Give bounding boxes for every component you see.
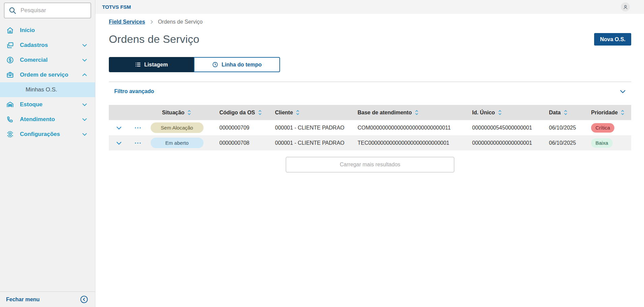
topbar: TOTVS FSM <box>95 0 644 14</box>
sidebar-search[interactable] <box>4 3 91 18</box>
search-icon <box>8 6 17 15</box>
cell-data: 06/10/2025 <box>537 125 579 131</box>
chevron-down-icon[interactable] <box>81 131 88 138</box>
row-actions-icon[interactable] <box>129 124 147 132</box>
tab-linha-do-tempo[interactable]: Linha do tempo <box>194 57 280 72</box>
user-avatar[interactable] <box>621 2 630 11</box>
cell-base: TEC000000000000000000000000001 <box>345 140 460 146</box>
sidebar: Início Cadastros <box>0 0 95 307</box>
chevron-down-icon[interactable] <box>81 56 88 64</box>
sort-icon[interactable] <box>187 109 192 116</box>
sort-icon[interactable] <box>257 109 263 116</box>
sidebar-item-ordem-de-servico[interactable]: Ordem de serviço <box>0 67 95 82</box>
sidebar-item-configuracoes[interactable]: Configurações <box>0 127 95 142</box>
content: Field Services Ordens de Serviço Ordens … <box>95 14 644 172</box>
sort-icon[interactable] <box>414 109 419 116</box>
clock-icon <box>212 61 218 68</box>
sidebar-item-atendimento[interactable]: Atendimento <box>0 112 95 127</box>
load-more-button[interactable]: Carregar mais resultados <box>286 157 454 172</box>
expand-row-icon[interactable] <box>109 139 129 147</box>
chevron-up-icon[interactable] <box>81 71 88 79</box>
sidebar-subitem-minhas-os[interactable]: Minhas O.S. <box>0 82 95 97</box>
status-badge: Sem Alocação <box>151 122 204 133</box>
sort-icon[interactable] <box>497 109 502 116</box>
cell-id-unico: 00000000545000000001 <box>460 125 537 131</box>
sidebar-menu: Início Cadastros <box>0 20 95 142</box>
dollar-circle-icon <box>6 56 14 64</box>
status-badge: Em aberto <box>151 138 204 148</box>
chevron-down-icon[interactable] <box>81 101 88 108</box>
sidebar-spacer <box>0 142 95 291</box>
breadcrumb-link-field-services[interactable]: Field Services <box>109 19 145 25</box>
sidebar-item-label: Comercial <box>20 57 48 63</box>
breadcrumb-current: Ordens de Serviço <box>158 19 203 25</box>
priority-badge: Crítica <box>591 123 614 133</box>
column-header-codigo[interactable]: Código da OS <box>207 109 263 116</box>
table-row: Em aberto 0000000708 000001 - CLIENTE PA… <box>109 135 631 150</box>
chevron-down-icon[interactable] <box>618 87 627 96</box>
close-menu-button[interactable]: Fechar menu <box>0 291 95 307</box>
load-more-wrap: Carregar mais resultados <box>109 157 631 172</box>
cell-base: COM000000000000000000000000011 <box>345 125 460 131</box>
sidebar-item-inicio[interactable]: Início <box>0 23 95 38</box>
service-orders-table: Situação Código da OS Cliente <box>109 105 631 150</box>
sidebar-item-label: Estoque <box>20 101 42 108</box>
chevron-down-icon[interactable] <box>81 41 88 49</box>
gear-icon <box>6 130 14 138</box>
cell-codigo: 0000000709 <box>207 125 263 131</box>
sort-icon[interactable] <box>563 109 568 116</box>
column-header-cliente[interactable]: Cliente <box>263 109 345 116</box>
chevron-right-icon <box>149 19 154 25</box>
row-actions-icon[interactable] <box>129 139 147 147</box>
sidebar-item-label: Atendimento <box>20 116 55 123</box>
cards-icon <box>6 41 14 49</box>
cell-cliente: 000001 - CLIENTE PADRAO <box>263 140 345 146</box>
column-header-situacao[interactable]: Situação <box>147 109 207 116</box>
list-icon <box>135 61 141 68</box>
sort-icon[interactable] <box>620 109 625 116</box>
sidebar-item-label: Início <box>20 27 35 34</box>
title-row: Ordens de Serviço Nova O.S. <box>109 33 631 46</box>
breadcrumb: Field Services Ordens de Serviço <box>109 19 631 25</box>
nova-os-button[interactable]: Nova O.S. <box>594 33 631 46</box>
app-title: TOTVS FSM <box>102 4 131 10</box>
search-input[interactable] <box>21 7 87 14</box>
sidebar-item-label: Ordem de serviço <box>20 72 68 78</box>
table-row: Sem Alocação 0000000709 000001 - CLIENTE… <box>109 120 631 135</box>
cell-codigo: 0000000708 <box>207 140 263 146</box>
column-header-base[interactable]: Base de atendimento <box>345 109 460 116</box>
advanced-filter-bar[interactable]: Filtro avançado <box>109 82 631 100</box>
main-area: TOTVS FSM Field Services Ordens de Servi… <box>95 0 644 307</box>
sidebar-item-label: Cadastros <box>20 42 48 49</box>
column-header-prioridade[interactable]: Prioridade <box>579 109 631 116</box>
home-icon <box>6 26 14 34</box>
column-header-data[interactable]: Data <box>537 109 579 116</box>
warehouse-icon <box>6 101 14 109</box>
table-header-row: Situação Código da OS Cliente <box>109 105 631 120</box>
tab-linha-do-tempo-label: Linha do tempo <box>221 62 262 68</box>
sidebar-item-cadastros[interactable]: Cadastros <box>0 38 95 53</box>
phone-icon <box>6 115 14 123</box>
sidebar-item-label: Configurações <box>20 131 60 138</box>
sidebar-subitem-label: Minhas O.S. <box>26 86 57 93</box>
sidebar-item-estoque[interactable]: Estoque <box>0 97 95 112</box>
expand-row-icon[interactable] <box>109 124 129 132</box>
page-title: Ordens de Serviço <box>109 33 199 46</box>
advanced-filter-label[interactable]: Filtro avançado <box>114 88 154 94</box>
chevron-down-icon[interactable] <box>81 116 88 123</box>
collapse-circle-icon[interactable] <box>80 295 88 304</box>
tab-listagem-label: Listagem <box>144 62 168 68</box>
app-window: Início Cadastros <box>0 0 644 307</box>
tabs: Listagem Linha do tempo <box>109 57 280 72</box>
cell-id-unico: 00000000000000000001 <box>460 140 537 146</box>
sort-icon[interactable] <box>295 109 300 116</box>
tab-listagem[interactable]: Listagem <box>109 57 194 72</box>
sidebar-item-comercial[interactable]: Comercial <box>0 53 95 67</box>
cell-data: 06/10/2025 <box>537 140 579 146</box>
close-menu-label: Fechar menu <box>6 297 40 303</box>
priority-badge: Baixa <box>591 138 613 148</box>
briefcase-icon <box>6 71 14 79</box>
column-header-id-unico[interactable]: Id. Único <box>460 109 537 116</box>
cell-cliente: 000001 - CLIENTE PADRAO <box>263 125 345 131</box>
